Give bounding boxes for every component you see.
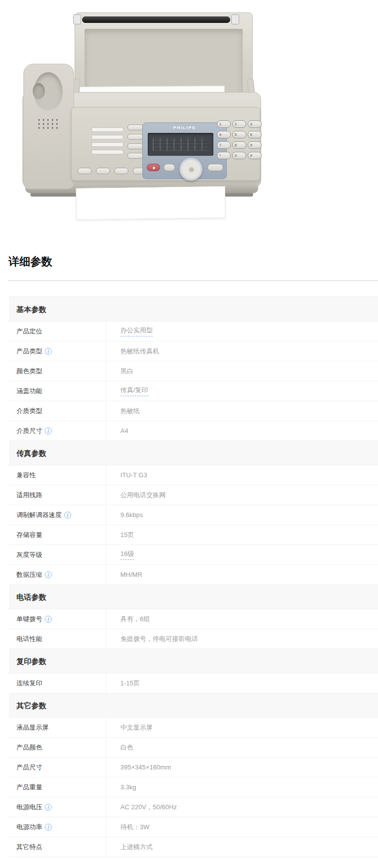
spec-label-text: 适用线路 — [16, 491, 42, 500]
table-row: 产品颜色 白色 — [9, 738, 378, 758]
table-row: 适用线路 公用电话交换网 — [9, 485, 378, 505]
spec-label: 适用线路 — [9, 485, 106, 505]
spec-value: AC 220V，50/60Hz — [106, 797, 378, 817]
spec-label-text: 液晶显示屏 — [16, 723, 49, 732]
spec-value-link[interactable]: 传真/复印 — [120, 386, 148, 396]
spec-label: 数据压缩i — [9, 565, 106, 584]
spec-label: 颜色类型 — [9, 361, 106, 381]
spec-label-text: 产品尺寸 — [16, 763, 42, 772]
spec-value: 热敏纸 — [106, 401, 378, 421]
heading-divider — [8, 280, 378, 281]
copy-button — [207, 164, 223, 171]
speed-dial-buttons — [127, 124, 143, 162]
spec-value: 热敏纸传真机 — [106, 341, 378, 361]
spec-value-text: ITU-T G3 — [120, 471, 147, 479]
table-row: 产品重量 3.3kg — [9, 777, 378, 797]
handset-cradle — [23, 64, 74, 189]
roller-cap-left — [73, 14, 81, 24]
table-row: 介质尺寸i A4 — [9, 421, 378, 441]
spec-label-text: 灰度等级 — [16, 550, 42, 559]
spec-label-text: 电话性能 — [16, 635, 42, 644]
info-icon[interactable]: i — [45, 571, 52, 578]
table-row: 产品定位 办公实用型 — [9, 322, 378, 341]
table-row: 介质类型 热敏纸 — [9, 401, 378, 421]
product-image: PHILIPS 1 2 3 4 5 6 7 8 9 * 0 # — [0, 0, 378, 221]
spec-value: 白色 — [106, 738, 378, 757]
spec-table: 基本参数 产品定位 办公实用型 产品类型i 热敏纸传真机 颜色类型 黑白 涵盖功… — [9, 297, 378, 857]
info-icon[interactable]: i — [45, 348, 52, 355]
keypad-key: # — [248, 152, 262, 159]
table-row: 电源功率i 待机：3W — [9, 817, 378, 837]
spec-value-text: 黑白 — [120, 367, 133, 376]
philips-logo: PHILIPS — [143, 125, 226, 130]
spec-value-text: 免提拨号，停电可接听电话 — [120, 635, 198, 644]
keypad-key: 3 — [248, 120, 262, 128]
table-row: 颜色类型 黑白 — [9, 361, 378, 381]
start-button — [164, 164, 175, 171]
lcd-display — [148, 133, 213, 156]
info-icon[interactable]: i — [64, 512, 71, 519]
keypad-key: 8 — [232, 141, 246, 149]
branded-panel: PHILIPS — [142, 122, 227, 179]
roller-cap-right — [231, 14, 239, 24]
spec-label-text: 存储容量 — [16, 531, 42, 540]
spec-value: 公用电话交换网 — [106, 485, 378, 505]
spec-value-text: AC 220V，50/60Hz — [120, 803, 177, 812]
keypad-key: 9 — [248, 141, 262, 149]
spec-label-text: 连续复印 — [16, 679, 42, 688]
keypad-key: 0 — [232, 152, 246, 159]
spec-value: 上进稿方式 — [106, 837, 378, 857]
spec-label: 产品类型i — [9, 341, 106, 361]
table-row: 兼容性 ITU-T G3 — [9, 465, 378, 485]
spec-value: 395×345×160mm — [106, 758, 378, 777]
keypad-key: 6 — [248, 131, 262, 138]
section-header-phone: 电话参数 — [9, 585, 378, 609]
info-icon[interactable]: i — [45, 428, 52, 434]
dial-button — [180, 158, 202, 181]
output-paper-sheet — [76, 186, 226, 220]
spec-value-text: 3.3kg — [120, 783, 136, 791]
spec-value-text: 热敏纸传真机 — [120, 347, 159, 356]
keypad-key: 7 — [217, 141, 231, 149]
keypad-key: 5 — [232, 131, 246, 138]
spec-label-text: 产品类型 — [16, 347, 42, 356]
table-row: 涵盖功能 传真/复印 — [9, 381, 378, 401]
spec-value-text: 中文显示屏 — [120, 723, 153, 732]
spec-label: 产品颜色 — [9, 738, 106, 757]
info-icon[interactable]: i — [45, 616, 52, 623]
spec-value-link[interactable]: 16级 — [120, 549, 134, 560]
table-row: 调制解调器速度i 9.6kbps — [9, 505, 378, 525]
info-icon[interactable]: i — [45, 824, 52, 831]
table-row: 连续复印 1-15页 — [9, 673, 378, 693]
spec-value-text: A4 — [120, 427, 128, 434]
section-header-other: 其它参数 — [9, 693, 378, 718]
spec-value: 免提拨号，停电可接听电话 — [106, 629, 378, 649]
spec-value-text: 公用电话交换网 — [120, 491, 166, 500]
spec-value-text: 1-15页 — [120, 679, 140, 688]
table-row: 存储容量 15页 — [9, 525, 378, 545]
spec-label: 兼容性 — [9, 465, 106, 485]
spec-label: 产品定位 — [9, 322, 106, 341]
spec-value: 1-15页 — [106, 673, 378, 693]
spec-label: 产品重量 — [9, 777, 106, 797]
info-icon[interactable]: i — [45, 804, 52, 811]
spec-value-link[interactable]: 办公实用型 — [120, 326, 153, 336]
spec-label: 液晶显示屏 — [9, 718, 106, 737]
cradle-earpiece — [33, 83, 45, 99]
section-header-fax: 传真参数 — [9, 441, 378, 465]
spec-label-text: 产品颜色 — [16, 743, 42, 752]
spec-value: 3.3kg — [106, 777, 378, 797]
spec-value-text: 395×345×160mm — [120, 763, 171, 771]
spec-label-text: 涵盖功能 — [16, 387, 42, 396]
stop-button — [147, 164, 160, 171]
spec-label-text: 介质类型 — [16, 407, 42, 416]
keypad-key: 2 — [232, 120, 246, 128]
spec-value: A4 — [106, 421, 378, 440]
spec-label: 电源电压i — [9, 797, 106, 817]
table-row: 产品类型i 热敏纸传真机 — [9, 341, 378, 361]
spec-label: 存储容量 — [9, 525, 106, 544]
spec-value-text: MH/MR — [120, 571, 142, 578]
spec-label-text: 兼容性 — [16, 471, 36, 480]
spec-value: 待机：3W — [106, 817, 378, 837]
fax-roller-bar — [82, 16, 230, 23]
